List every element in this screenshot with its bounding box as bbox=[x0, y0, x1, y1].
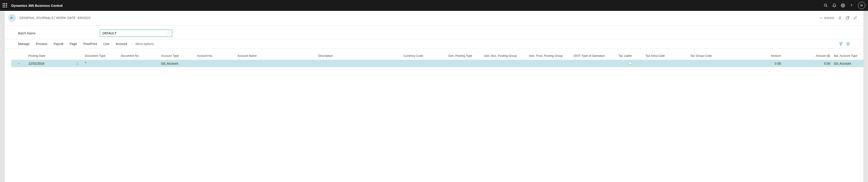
gear-icon[interactable] bbox=[841, 3, 845, 7]
batch-name-row: Batch Name · · · · · · · · · · · · · · ·… bbox=[4, 26, 864, 39]
toolbar-process[interactable]: Process bbox=[36, 42, 48, 46]
popout-icon[interactable] bbox=[846, 16, 849, 20]
svg-line-6 bbox=[856, 17, 857, 18]
row-menu-button[interactable]: ⋮ bbox=[71, 60, 83, 67]
cell-tax-group[interactable] bbox=[688, 60, 733, 67]
cell-gen-bus[interactable] bbox=[482, 60, 527, 67]
cell-acct-type[interactable]: G/L Account bbox=[159, 60, 195, 67]
cell-gen-prod[interactable] bbox=[527, 60, 572, 67]
search-icon[interactable] bbox=[824, 3, 828, 7]
col-gen-prod[interactable]: Gen. Prod. Posting Group bbox=[527, 53, 572, 60]
cell-amount-usd[interactable]: 0.00 bbox=[783, 60, 832, 67]
col-posting-date[interactable]: Posting Date bbox=[26, 53, 71, 60]
svg-point-2 bbox=[842, 5, 844, 6]
batch-name-input[interactable] bbox=[102, 31, 165, 35]
col-amount[interactable]: Amount bbox=[733, 53, 782, 60]
cell-description[interactable] bbox=[316, 60, 401, 67]
row-indicator-icon: → bbox=[11, 60, 26, 67]
svg-rect-5 bbox=[846, 17, 848, 19]
cell-doc-no[interactable] bbox=[119, 60, 159, 67]
batch-name-label: Batch Name bbox=[18, 31, 35, 35]
bookmark-icon[interactable] bbox=[838, 16, 842, 20]
col-description[interactable]: Description bbox=[316, 53, 401, 60]
toolbar-manage[interactable]: Manage bbox=[18, 42, 30, 46]
batch-lookup-button[interactable]: ··· bbox=[167, 31, 170, 35]
cell-doc-type[interactable]: * bbox=[83, 60, 119, 67]
collapse-icon[interactable] bbox=[854, 16, 857, 20]
col-gen-posting[interactable]: Gen. Posting Type bbox=[446, 53, 483, 60]
app-title: Dynamics 365 Business Central bbox=[11, 4, 63, 7]
cell-acct-name[interactable] bbox=[236, 60, 316, 67]
col-acct-no[interactable]: Account No. bbox=[195, 53, 236, 60]
cell-tax-area[interactable] bbox=[644, 60, 688, 67]
toolbar-account[interactable]: Account bbox=[116, 42, 127, 46]
toolbar-payroll[interactable]: Payroll bbox=[54, 42, 63, 46]
filter-icon[interactable] bbox=[839, 42, 843, 46]
help-icon[interactable] bbox=[849, 3, 854, 7]
toolbar-more-options[interactable]: More options bbox=[135, 42, 154, 46]
col-amount-usd[interactable]: Amount ($) bbox=[783, 53, 832, 60]
cell-acct-no[interactable] bbox=[195, 60, 236, 67]
bell-icon[interactable] bbox=[832, 3, 836, 7]
page-header: GENERAL JOURNALS | WORK DATE: 4/6/2020 S… bbox=[4, 11, 864, 26]
col-diot[interactable]: DIOT Type of Operation bbox=[572, 53, 617, 60]
topbar: Dynamics 365 Business Central IK bbox=[0, 0, 868, 11]
grid-header-row: Posting Date Document Type Document No. … bbox=[11, 53, 864, 60]
col-acct-type[interactable]: Account Type bbox=[159, 53, 195, 60]
topbar-icons: IK bbox=[824, 2, 865, 9]
info-icon[interactable] bbox=[846, 42, 850, 46]
col-acct-name[interactable]: Account Name bbox=[236, 53, 316, 60]
svg-point-0 bbox=[824, 4, 827, 6]
col-gen-bus[interactable]: Gen. Bus. Posting Group bbox=[482, 53, 527, 60]
toolbar-postprint[interactable]: Post/Print bbox=[84, 42, 97, 46]
page-title: GENERAL JOURNALS | WORK DATE: 4/6/2020 bbox=[20, 16, 90, 20]
cell-bal-acct[interactable]: G/L Account bbox=[832, 60, 864, 67]
toolbar-line[interactable]: Line bbox=[103, 42, 109, 46]
tax-liable-checkbox[interactable] bbox=[629, 62, 632, 65]
journal-grid: Posting Date Document Type Document No. … bbox=[4, 49, 864, 67]
saved-badge: SAVED bbox=[819, 16, 834, 20]
col-bal-acct[interactable]: Bal. Account Type bbox=[832, 53, 864, 60]
svg-point-11 bbox=[848, 43, 848, 43]
svg-marker-8 bbox=[839, 43, 842, 46]
col-currency[interactable]: Currency Code bbox=[401, 53, 446, 60]
toolbar-divider bbox=[131, 41, 131, 46]
back-button[interactable] bbox=[8, 14, 16, 22]
col-tax-area[interactable]: Tax Area Code bbox=[644, 53, 688, 60]
col-tax-group[interactable]: Tax Group Code bbox=[688, 53, 733, 60]
table-row[interactable]: → 12/31/2018 ⋮ * G/L Account bbox=[11, 60, 864, 67]
app-launcher[interactable] bbox=[3, 3, 7, 8]
cell-gen-posting[interactable] bbox=[446, 60, 483, 67]
cell-tax-liable[interactable] bbox=[617, 60, 644, 67]
batch-name-field[interactable]: ··· bbox=[100, 30, 172, 37]
saved-label: SAVED bbox=[824, 16, 834, 20]
cell-posting-date[interactable]: 12/31/2018 bbox=[26, 60, 71, 67]
col-doc-type[interactable]: Document Type bbox=[83, 53, 119, 60]
avatar[interactable]: IK bbox=[858, 2, 865, 9]
cell-amount[interactable]: 0.00 bbox=[733, 60, 782, 67]
action-toolbar: Manage Process Payroll Page Post/Print L… bbox=[4, 39, 864, 49]
cell-diot[interactable] bbox=[572, 60, 617, 67]
page-card: GENERAL JOURNALS | WORK DATE: 4/6/2020 S… bbox=[4, 11, 864, 182]
svg-line-7 bbox=[854, 18, 855, 19]
cell-currency[interactable] bbox=[401, 60, 446, 67]
toolbar-page[interactable]: Page bbox=[70, 42, 77, 46]
dotted-spacer: · · · · · · · · · · · · · · · · · · · · … bbox=[36, 32, 98, 35]
check-icon bbox=[819, 16, 823, 20]
avatar-initials: IK bbox=[860, 4, 863, 7]
col-tax-liable[interactable]: Tax Liable bbox=[617, 53, 644, 60]
required-star-icon: * bbox=[85, 61, 86, 66]
col-doc-no[interactable]: Document No. bbox=[119, 53, 159, 60]
svg-line-1 bbox=[826, 6, 827, 7]
